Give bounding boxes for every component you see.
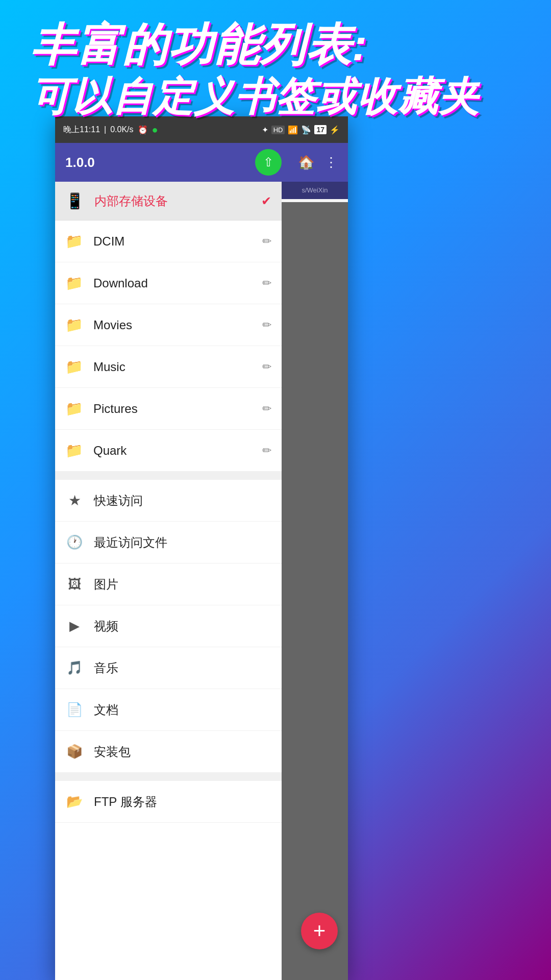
url-path: s/WeiXin [302, 186, 328, 194]
storage-name: 内部存储设备 [94, 193, 261, 209]
package-icon: 📦 [65, 744, 84, 760]
folder-icon-movies: 📁 [65, 316, 83, 333]
edit-icon-quark[interactable] [262, 444, 271, 457]
promo-area: 丰富的功能列表: 可以自定义书签或收藏夹 [0, 0, 551, 134]
music-icon: 🎵 [65, 660, 84, 676]
nav-item-audio[interactable]: 🎵 音乐 [55, 647, 282, 689]
overlay-panel [282, 202, 348, 980]
section-divider-2 [55, 773, 282, 781]
folder-item-download[interactable]: 📁 Download [55, 262, 282, 304]
promo-subtitle: 可以自定义书签或收藏夹 [31, 75, 520, 119]
app-frame: 晚上11:11 | 0.0K/s ⏰ ● ✦ HD 📶 📡 17 ⚡ 1.0.0… [55, 116, 348, 980]
section-divider [55, 472, 282, 480]
folder-icon-dcim: 📁 [65, 233, 83, 250]
nav-label-apk: 安装包 [94, 744, 271, 760]
folder-name-quark: Quark [93, 444, 262, 458]
more-menu-icon[interactable]: ⋮ [324, 155, 338, 170]
nav-label-video: 视频 [94, 618, 271, 634]
folder-item-dcim[interactable]: 📁 DCIM [55, 220, 282, 262]
folder-name-movies: Movies [93, 318, 262, 332]
folder-name-pictures: Pictures [93, 402, 262, 416]
folder-icon-music: 📁 [65, 358, 83, 375]
promo-title: 丰富的功能列表: [31, 20, 520, 70]
nav-label-quickaccess: 快速访问 [94, 493, 271, 509]
share-icon: ⇧ [263, 155, 273, 169]
folder-name-music: Music [93, 360, 262, 374]
folder-name-download: Download [93, 276, 262, 290]
nav-item-images[interactable]: 🖼 图片 [55, 564, 282, 605]
check-icon: ✔ [261, 194, 271, 208]
star-icon: ★ [65, 492, 84, 509]
nav-label-audio: 音乐 [94, 660, 271, 676]
folder-icon-download: 📁 [65, 275, 83, 291]
video-icon: ▶ [65, 618, 84, 634]
phone-icon: 📱 [65, 192, 84, 210]
storage-item[interactable]: 📱 内部存储设备 ✔ [55, 182, 282, 220]
app-version: 1.0.0 [65, 155, 247, 170]
folder-icon-pictures: 📁 [65, 400, 83, 417]
app-header: 1.0.0 ⇧ 🏠 ⋮ [55, 143, 348, 182]
nav-item-recent[interactable]: 🕐 最近访问文件 [55, 522, 282, 564]
folder-item-pictures[interactable]: 📁 Pictures [55, 388, 282, 430]
folder-name-dcim: DCIM [93, 234, 262, 249]
nav-label-recent: 最近访问文件 [94, 534, 271, 551]
history-icon: 🕐 [65, 534, 84, 550]
image-icon: 🖼 [65, 576, 84, 592]
edit-icon-music[interactable] [262, 360, 271, 374]
folder-list: 📁 DCIM 📁 Download 📁 Movies 📁 Music [55, 220, 282, 472]
nav-icons: 🏠 ⋮ [298, 155, 338, 170]
edit-icon-movies[interactable] [262, 318, 271, 332]
edit-icon-dcim[interactable] [262, 235, 271, 248]
url-bar: s/WeiXin [282, 182, 348, 199]
nav-label-docs: 文档 [94, 702, 271, 718]
nav-item-video[interactable]: ▶ 视频 [55, 605, 282, 647]
nav-item-quickaccess[interactable]: ★ 快速访问 [55, 480, 282, 522]
fab-icon: + [313, 919, 326, 943]
doc-icon: 📄 [65, 702, 84, 718]
nav-item-apk[interactable]: 📦 安装包 [55, 731, 282, 773]
nav-label-ftp: FTP 服务器 [94, 794, 271, 810]
drawer: 📱 内部存储设备 ✔ 📁 DCIM 📁 Download 📁 Movies [55, 182, 282, 980]
home-icon[interactable]: 🏠 [298, 155, 314, 170]
folder-icon-quark: 📁 [65, 442, 83, 459]
share-button[interactable]: ⇧ [255, 149, 282, 176]
nav-item-docs[interactable]: 📄 文档 [55, 689, 282, 731]
folder-item-quark[interactable]: 📁 Quark [55, 430, 282, 472]
folder-item-music[interactable]: 📁 Music [55, 346, 282, 388]
edit-icon-pictures[interactable] [262, 402, 271, 415]
folder-item-movies[interactable]: 📁 Movies [55, 304, 282, 346]
nav-item-ftp[interactable]: 📂 FTP 服务器 [55, 781, 282, 823]
nav-label-images: 图片 [94, 576, 271, 593]
ftp-icon: 📂 [65, 794, 84, 810]
edit-icon-download[interactable] [262, 277, 271, 290]
fab-button[interactable]: + [301, 913, 338, 949]
